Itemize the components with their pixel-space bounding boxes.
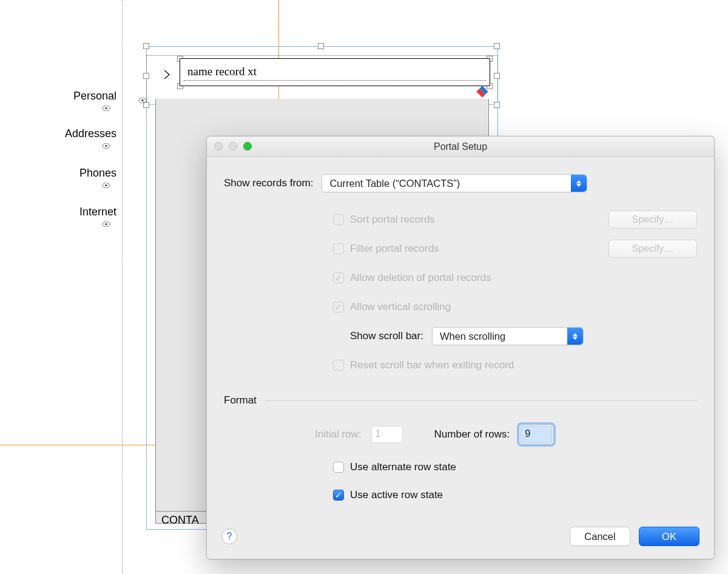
portal-row-field[interactable]: name record xt <box>180 58 490 86</box>
show-scrollbar-select[interactable]: When scrolling <box>432 327 584 345</box>
window-close-icon[interactable] <box>214 142 223 150</box>
selection-handle[interactable] <box>143 73 149 79</box>
select-value: Current Table (“CONTACTS”) <box>329 178 460 189</box>
selection-handle[interactable] <box>143 43 149 49</box>
select-value: When scrolling <box>440 331 505 342</box>
dialog-title: Portal Setup <box>207 141 714 152</box>
alternate-row-checkbox[interactable] <box>333 462 344 473</box>
label-text: Internet <box>79 206 116 218</box>
part-boundary-vertical <box>122 0 123 574</box>
cancel-button[interactable]: Cancel <box>570 527 630 546</box>
popover-chevron-icon[interactable] <box>160 68 174 81</box>
help-button[interactable]: ? <box>221 528 237 544</box>
sort-specify-button: Specify… <box>608 211 697 229</box>
dropdown-arrows-icon <box>567 328 583 345</box>
allow-scroll-label: Allow vertical scrolling <box>350 301 451 313</box>
reset-scroll-checkbox <box>333 360 344 371</box>
show-records-label: Show records from: <box>224 177 313 189</box>
field-label-internet: Internet <box>0 206 116 218</box>
visibility-eye-icon[interactable] <box>138 95 147 105</box>
svg-point-1 <box>105 145 107 147</box>
allow-delete-checkbox: ✓ <box>333 272 344 283</box>
selection-handle[interactable] <box>494 102 500 108</box>
label-text: Phones <box>79 167 116 179</box>
window-minimize-icon[interactable] <box>229 142 237 150</box>
field-label-addresses: Addresses <box>0 127 116 140</box>
svg-point-3 <box>105 223 107 226</box>
svg-point-2 <box>105 184 107 187</box>
svg-point-0 <box>105 107 107 110</box>
show-records-from-select[interactable]: Current Table (“CONTACTS”) <box>322 174 587 192</box>
initial-row-label: Initial row: <box>315 428 362 441</box>
filter-specify-button: Specify… <box>608 240 697 258</box>
svg-point-4 <box>141 100 144 102</box>
section-divider <box>265 400 697 401</box>
filter-records-label: Filter portal records <box>350 243 439 255</box>
label-text: Personal <box>73 90 116 102</box>
button-label: Specify… <box>632 214 673 225</box>
active-row-label: Use active row state <box>350 489 443 501</box>
portal-setup-dialog: Portal Setup Show records from: Current … <box>206 136 715 559</box>
selection-handle[interactable] <box>494 43 500 49</box>
sort-records-label: Sort portal records <box>350 214 435 226</box>
active-row-checkbox[interactable]: ✓ <box>333 490 344 501</box>
allow-scroll-checkbox: ✓ <box>333 302 344 312</box>
dialog-titlebar[interactable]: Portal Setup <box>207 137 714 157</box>
format-section-header: Format <box>224 394 257 407</box>
allow-delete-label: Allow deletion of portal records <box>350 272 491 284</box>
dropdown-arrows-icon <box>571 175 587 192</box>
number-of-rows-label: Number of rows: <box>434 428 510 441</box>
field-label-personal: Personal <box>0 90 116 103</box>
visibility-eye-icon[interactable] <box>102 183 110 188</box>
visibility-eye-icon[interactable] <box>102 143 110 149</box>
field-baseline <box>184 80 486 81</box>
button-label: Specify… <box>632 243 673 254</box>
number-of-rows-input[interactable]: 9 <box>521 426 552 443</box>
visibility-eye-icon[interactable] <box>102 106 110 111</box>
reset-scroll-label: Reset scroll bar when exiting record <box>350 359 514 371</box>
button-label: OK <box>662 531 676 542</box>
initial-row-input: 1 <box>371 426 403 443</box>
window-zoom-icon[interactable] <box>243 142 252 150</box>
alternate-row-label: Use alternate row state <box>350 461 456 473</box>
field-label-phones: Phones <box>0 167 116 180</box>
label-text: Addresses <box>65 127 116 140</box>
input-value: 9 <box>525 428 530 439</box>
sort-records-checkbox <box>333 214 344 225</box>
help-icon: ? <box>227 531 232 542</box>
visibility-eye-icon[interactable] <box>102 221 110 227</box>
input-value: 1 <box>376 428 381 439</box>
ok-button[interactable]: OK <box>639 527 699 546</box>
selection-handle[interactable] <box>494 73 500 79</box>
field-placeholder: name record xt <box>187 65 257 78</box>
button-label: Cancel <box>584 531 615 542</box>
selection-handle[interactable] <box>318 43 324 49</box>
layout-canvas: Personal Addresses Phones Internet <box>0 0 728 574</box>
filter-records-checkbox <box>333 243 344 254</box>
show-scrollbar-label: Show scroll bar: <box>350 330 423 342</box>
